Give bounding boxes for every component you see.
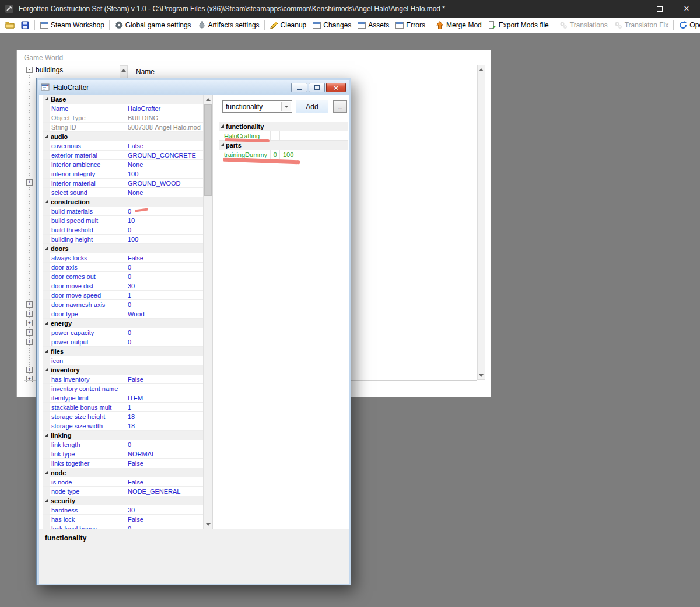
property-row-has-lock[interactable]: has lockFalse [43,515,204,524]
property-value[interactable]: 100 [125,236,204,243]
property-row-interior-material[interactable]: interior materialGROUND_WOOD [43,179,204,188]
toolbar-button-export-mods-file[interactable]: Export Mods file [485,19,552,32]
property-value[interactable]: 0 [125,441,204,448]
property-value[interactable]: False [125,376,204,383]
property-value[interactable]: 30 [125,282,204,289]
toolbar-button-changes[interactable]: Changes [309,19,354,32]
property-value[interactable]: False [125,479,204,486]
property-row-build-threshold[interactable]: build threshold0 [43,225,204,235]
property-row-link-type[interactable]: link typeNORMAL [43,449,204,459]
property-value[interactable]: None [125,161,204,168]
property-row-build-materials[interactable]: build materials0 [43,207,204,216]
property-value[interactable]: HaloCrafter [125,105,204,112]
property-value[interactable]: 5007308-Angel Halo.mod [125,124,204,131]
property-row-select-sound[interactable]: select soundNone [43,188,204,197]
minimize-button[interactable] [620,0,646,18]
property-value[interactable]: 100 [125,170,204,177]
property-row-name[interactable]: NameHaloCrafter [43,104,204,113]
toolbar-button-global-game-settings[interactable]: Global game settings [111,19,194,32]
tree-expand-box[interactable]: + [26,367,33,373]
property-row-always-locks[interactable]: always locksFalse [43,253,204,263]
property-row-interior-integrity[interactable]: interior integrity100 [43,169,204,179]
property-value[interactable]: 18 [125,413,204,420]
category-row-files[interactable]: files [43,347,204,356]
right-category-functionality[interactable]: functionality [219,122,348,131]
tree-expand-box[interactable]: + [26,179,33,186]
tree-expand-box[interactable]: + [26,329,33,336]
category-dropdown[interactable]: functionality [222,100,292,113]
toolbar-button-steam-workshop[interactable]: Steam Workshop [37,19,107,32]
category-row-base[interactable]: Base [43,95,204,104]
tree-expand-box[interactable]: + [26,376,33,382]
category-row-linking[interactable]: linking [43,431,204,440]
tree-expand-box[interactable]: + [26,339,33,345]
property-row-hardness[interactable]: hardness30 [43,505,204,515]
dialog-close-button[interactable]: × [326,83,346,92]
property-row-door-move-dist[interactable]: door move dist30 [43,281,204,291]
toolbar-button-merge-mod[interactable]: Merge Mod [432,19,485,32]
property-value[interactable]: 0 [125,339,204,346]
toolbar-button-errors[interactable]: Errors [392,19,428,32]
tree-expand-box[interactable]: + [26,320,33,326]
property-row-door-type[interactable]: door typeWood [43,309,204,319]
property-row-interior-ambience[interactable]: interior ambienceNone [43,160,204,169]
property-row-build-speed-mult[interactable]: build speed mult10 [43,216,204,225]
property-value[interactable]: Wood [125,311,204,318]
property-value[interactable]: NODE_GENERAL [125,488,204,495]
property-value[interactable]: ITEM [125,395,204,402]
scroll-up-icon[interactable] [478,65,485,74]
toolbar-button-assets[interactable]: Assets [354,19,392,32]
toolbar-button-translaton-fix[interactable]: Translaton Fix [611,19,672,32]
property-value[interactable]: GROUND_WOOD [125,180,204,187]
property-value[interactable]: 0 [125,273,204,280]
property-row-door-comes-out[interactable]: door comes out0 [43,272,204,281]
list-scrollbar[interactable] [477,65,485,380]
toolbar-button-translations[interactable]: Translations [556,19,611,32]
property-value[interactable]: NORMAL [125,451,204,458]
property-row-door-axis[interactable]: door axis0 [43,263,204,272]
property-value[interactable]: BUILDING [125,114,204,121]
tree-node-buildings[interactable]: buildings [36,66,63,74]
scroll-up-icon[interactable] [204,95,212,104]
category-row-inventory[interactable]: inventory [43,365,204,375]
scroll-up-icon[interactable] [120,66,127,74]
property-row-power-output[interactable]: power output0 [43,337,204,347]
property-value[interactable]: None [125,189,204,196]
property-row-cavernous[interactable]: cavernousFalse [43,141,204,151]
property-row-itemtype-limit[interactable]: itemtype limitITEM [43,393,204,403]
tree-expand-box[interactable]: + [26,311,33,317]
scroll-down-icon[interactable] [204,519,212,529]
property-row-inventory-content-name[interactable]: inventory content name [43,384,204,393]
property-value[interactable]: 0 [125,226,204,233]
property-row-door-move-speed[interactable]: door move speed1 [43,291,204,300]
scroll-down-icon[interactable] [478,371,485,379]
property-row-has-inventory[interactable]: has inventoryFalse [43,375,204,384]
tree-expand-box[interactable]: + [26,301,33,308]
dialog-maximize-button[interactable] [309,83,325,92]
toolbar-button-cleanup[interactable]: Cleanup [267,19,310,32]
scrollbar-thumb[interactable] [204,104,212,196]
property-value[interactable]: GROUND_CONCRETE [125,152,204,159]
toolbar-button-open-mod-icon[interactable] [2,19,18,32]
property-row-is-node[interactable]: is nodeFalse [43,477,204,487]
category-row-audio[interactable]: audio [43,132,204,141]
property-row-lock-level-bonus[interactable]: lock level bonus0 [43,524,204,529]
right-category-parts[interactable]: parts [219,141,348,150]
dialog-titlebar[interactable]: HaloCrafter × [38,80,349,95]
property-row-icon[interactable]: icon [43,356,204,365]
property-row-storage-size-width[interactable]: storage size width18 [43,421,204,431]
property-value[interactable]: False [125,254,204,261]
property-row-exterior-material[interactable]: exterior materialGROUND_CONCRETE [43,151,204,160]
close-button[interactable]: × [673,0,700,18]
list-header-name[interactable]: Name [136,68,155,76]
property-value[interactable]: False [125,460,204,467]
property-value[interactable]: False [125,516,204,523]
property-row-links-together[interactable]: links togetherFalse [43,459,204,468]
property-row-storage-size-height[interactable]: storage size height18 [43,412,204,421]
dialog-minimize-button[interactable] [291,83,307,92]
category-row-doors[interactable]: doors [43,244,204,253]
property-value[interactable]: 1 [125,404,204,411]
property-value[interactable]: 0 [125,264,204,271]
toolbar-button-save-icon[interactable] [18,19,33,32]
toolbar-button-open-any[interactable]: Open any [676,19,700,32]
